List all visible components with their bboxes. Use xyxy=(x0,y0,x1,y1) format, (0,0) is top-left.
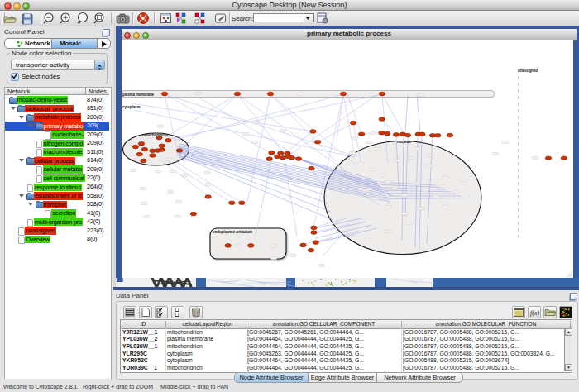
svg-text:cytoplasm: cytoplasm xyxy=(122,105,140,109)
svg-text:plasma membrane: plasma membrane xyxy=(122,93,155,97)
svg-text:mitochondrion: mitochondrion xyxy=(142,133,168,137)
svg-text:nucleus: nucleus xyxy=(397,140,411,144)
svg-text:unassigned: unassigned xyxy=(518,69,538,73)
svg-text:f(x): f(x) xyxy=(530,309,539,317)
svg-text:endoplasmic reticulum: endoplasmic reticulum xyxy=(213,230,252,234)
